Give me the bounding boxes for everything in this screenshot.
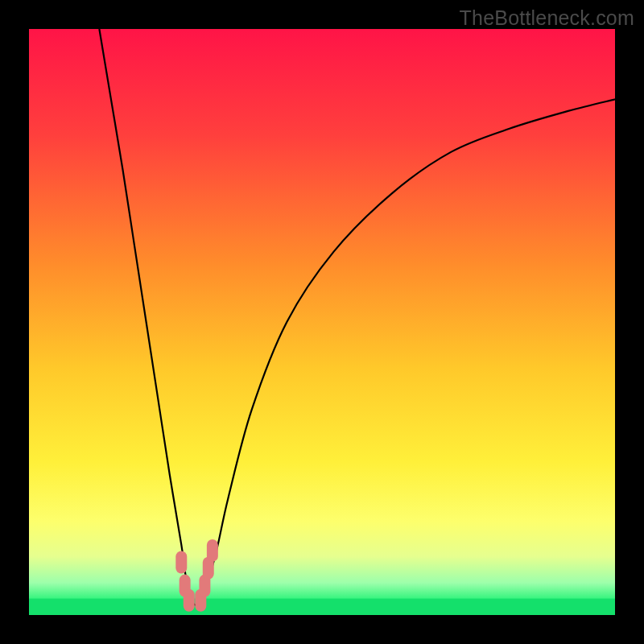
plot-area xyxy=(29,29,615,615)
plot-svg xyxy=(29,29,615,615)
gradient-background xyxy=(29,29,615,615)
curve-marker xyxy=(184,589,195,612)
curve-marker xyxy=(207,539,218,562)
chart-frame: TheBottleneck.com xyxy=(0,0,644,644)
curve-marker xyxy=(175,551,187,573)
green-strip xyxy=(29,599,615,615)
watermark-text: TheBottleneck.com xyxy=(460,6,634,30)
